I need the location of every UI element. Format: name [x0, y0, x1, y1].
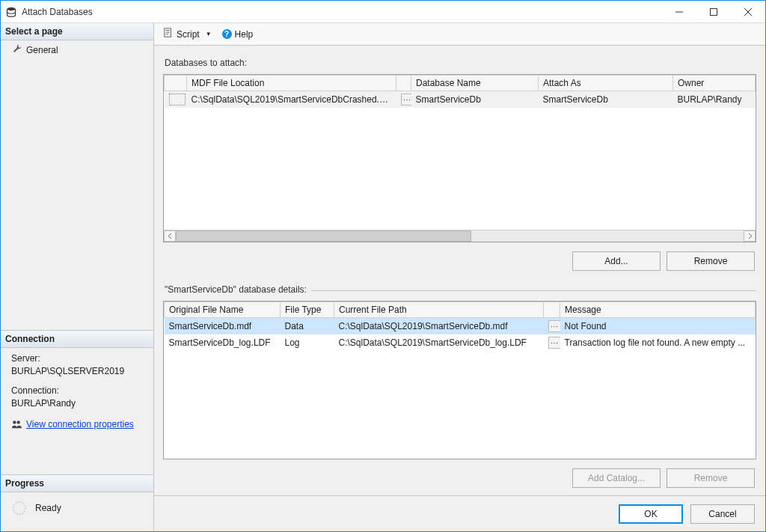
- close-button[interactable]: [731, 1, 765, 23]
- cell-ftype[interactable]: Log: [281, 334, 334, 351]
- cell-msg[interactable]: Not Found: [560, 318, 756, 335]
- cell-owner[interactable]: BURLAP\Randy: [673, 91, 756, 108]
- svg-point-5: [13, 421, 16, 424]
- cell-attachas[interactable]: SmartServiceDb: [539, 91, 673, 108]
- ok-button[interactable]: OK: [619, 504, 683, 524]
- script-button[interactable]: Script ▼: [160, 26, 215, 42]
- attach-grid-scrollbar[interactable]: [164, 230, 756, 242]
- toolbar: Script ▼ ? Help: [154, 23, 765, 46]
- progress-status: Ready: [35, 503, 61, 513]
- cell-ftype[interactable]: Data: [281, 318, 334, 335]
- cell-msg[interactable]: Transaction log file not found. A new em…: [560, 334, 756, 351]
- window-title: Attach Databases: [22, 7, 662, 17]
- svg-point-7: [13, 502, 26, 515]
- col-ftype[interactable]: File Type: [281, 302, 334, 318]
- cell-mdf[interactable]: C:\SqlData\SQL2019\SmartServiceDbCrashed…: [187, 91, 396, 108]
- script-label: Script: [177, 29, 200, 40]
- col-curpath[interactable]: Current File Path: [334, 302, 544, 318]
- progress-row: Ready: [1, 492, 153, 531]
- cell-orig[interactable]: SmartServiceDb.mdf: [165, 318, 281, 335]
- cell-dbname[interactable]: SmartServiceDb: [411, 91, 539, 108]
- add-button[interactable]: Add...: [572, 251, 661, 271]
- col-orig[interactable]: Original File Name: [165, 302, 281, 318]
- sidebar-page-label: General: [26, 45, 58, 55]
- attach-grid[interactable]: MDF File Location Database Name Attach A…: [163, 74, 756, 242]
- cell-curpath[interactable]: C:\SqlData\SQL2019\SmartServiceDb.mdf: [334, 318, 544, 335]
- view-connection-properties-link[interactable]: View connection properties: [26, 418, 134, 431]
- wrench-icon: [13, 44, 22, 55]
- dialog-footer: OK Cancel: [154, 495, 765, 531]
- progress-spinner-icon: [11, 500, 28, 516]
- details-grid-header: Original File Name File Type Current Fil…: [165, 302, 756, 318]
- add-catalog-button: Add Catalog...: [572, 468, 661, 488]
- script-icon: [163, 28, 174, 40]
- connection-value: BURLAP\Randy: [11, 397, 146, 410]
- help-icon: ?: [222, 29, 232, 39]
- attach-grid-header: MDF File Location Database Name Attach A…: [165, 76, 756, 91]
- scroll-thumb[interactable]: [176, 230, 471, 242]
- svg-rect-2: [711, 8, 717, 15]
- remove-button[interactable]: Remove: [667, 251, 755, 271]
- server-label: Server:: [11, 352, 146, 365]
- col-mdf[interactable]: MDF File Location: [187, 76, 396, 91]
- cell-curpath[interactable]: C:\SqlData\SQL2019\SmartServiceDb_log.LD…: [334, 334, 544, 351]
- details-grid-row[interactable]: SmartServiceDb.mdf Data C:\SqlData\SQL20…: [165, 318, 756, 335]
- remove-detail-button: Remove: [667, 468, 755, 488]
- browse-button[interactable]: ···: [548, 320, 560, 332]
- details-grid-row[interactable]: SmartServiceDb_log.LDF Log C:\SqlData\SQ…: [165, 334, 756, 351]
- main-panel: Script ▼ ? Help Databases to attach:: [154, 23, 765, 531]
- col-dbname[interactable]: Database Name: [411, 76, 539, 91]
- col-msg[interactable]: Message: [560, 302, 756, 318]
- connection-info: Server: BURLAP\SQLSERVER2019 Connection:…: [1, 348, 153, 438]
- maximize-button[interactable]: [696, 1, 731, 23]
- row-selector[interactable]: [169, 94, 186, 106]
- database-details-label: "SmartServiceDb" database details:: [165, 284, 307, 295]
- details-grid[interactable]: Original File Name File Type Current Fil…: [163, 301, 756, 459]
- databases-to-attach-label: Databases to attach:: [163, 53, 756, 70]
- sidebar-page-general[interactable]: General: [1, 40, 153, 59]
- svg-point-6: [16, 421, 19, 424]
- scroll-left-icon[interactable]: [164, 230, 176, 242]
- svg-point-0: [7, 7, 16, 10]
- browse-button[interactable]: ···: [401, 94, 411, 106]
- select-page-header: Select a page: [1, 23, 153, 40]
- progress-header: Progress: [1, 474, 153, 492]
- connection-label: Connection:: [11, 385, 146, 397]
- people-icon: [11, 419, 22, 429]
- sidebar: Select a page General Connection Server:…: [1, 23, 154, 531]
- col-attachas[interactable]: Attach As: [539, 76, 673, 91]
- minimize-button[interactable]: [662, 1, 696, 23]
- dropdown-icon: ▼: [206, 31, 212, 37]
- app-icon: [1, 6, 22, 18]
- help-label: Help: [235, 29, 254, 40]
- col-owner[interactable]: Owner: [673, 76, 756, 91]
- cell-orig[interactable]: SmartServiceDb_log.LDF: [165, 334, 281, 351]
- cancel-button[interactable]: Cancel: [690, 504, 755, 524]
- connection-header: Connection: [1, 330, 153, 348]
- server-value: BURLAP\SQLSERVER2019: [11, 365, 146, 378]
- browse-button[interactable]: ···: [548, 337, 560, 349]
- scroll-right-icon[interactable]: [744, 230, 756, 242]
- dialog-window: Attach Databases Select a page General C…: [0, 0, 766, 532]
- titlebar[interactable]: Attach Databases: [1, 1, 765, 23]
- help-button[interactable]: ? Help: [219, 28, 257, 41]
- attach-grid-row[interactable]: C:\SqlData\SQL2019\SmartServiceDbCrashed…: [165, 91, 756, 108]
